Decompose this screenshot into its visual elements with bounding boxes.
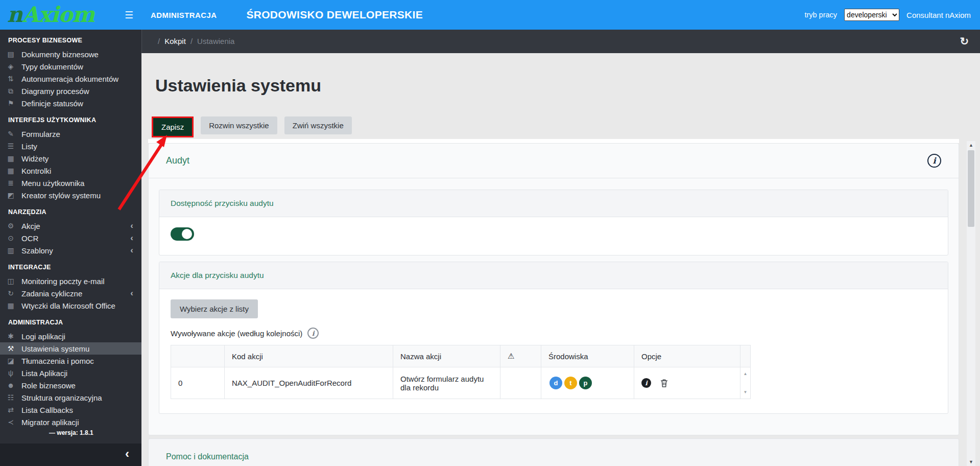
sidebar-item-kreator-stylow-systemu[interactable]: ◩Kreator stylów systemu <box>0 189 141 201</box>
save-button[interactable]: Zapisz <box>153 118 192 136</box>
sidebar-item-struktura-organizacyjna[interactable]: ☷Struktura organizacyjna <box>0 391 141 404</box>
scroll-up-icon[interactable]: ▲ <box>967 143 975 148</box>
sidebar-item-wtyczki-dla-microsoft-office[interactable]: ▦Wtyczki dla Microsoft Office <box>0 299 141 312</box>
sidebar-collapse-icon[interactable]: ‹ <box>125 447 129 461</box>
sidebar-item-definicje-statusow[interactable]: ⚑Definicje statusów <box>0 97 141 109</box>
app-section-label[interactable]: ADMINISTRACJA <box>151 11 217 19</box>
sidebar-item-listy[interactable]: ☰Listy <box>0 140 141 152</box>
sidebar-item-tlumaczenia-i-pomoc[interactable]: ◪Tłumaczenia i pomoc <box>0 355 141 367</box>
audit-availability-toggle[interactable] <box>171 227 194 241</box>
table-inner-scrollbar[interactable]: ▲▼ <box>740 367 751 399</box>
sidebar-item-label: Ustawienia systemu <box>21 344 89 353</box>
style-brush-icon: ◩ <box>5 191 17 199</box>
scroll-down-icon[interactable]: ▼ <box>740 390 750 394</box>
exchange-icon: ⇄ <box>5 406 17 414</box>
sidebar-item-diagramy-procesow[interactable]: ⧉Diagramy procesów <box>0 85 141 97</box>
save-annotation-box: Zapisz <box>152 116 194 137</box>
sidebar-item-formularze[interactable]: ✎Formularze <box>0 128 141 140</box>
sidebar-item-logi-aplikacji[interactable]: ✱Logi aplikacji <box>0 330 141 342</box>
environment-badge-t[interactable]: t <box>564 377 577 389</box>
sidebar-item-ustawienia-systemu[interactable]: ⚒Ustawienia systemu <box>0 342 141 355</box>
column-header-seq <box>740 345 751 367</box>
hamburger-menu-icon[interactable]: ☰ <box>125 9 133 21</box>
expand-all-button[interactable]: Rozwin wszystkie <box>201 116 277 134</box>
toolbar: Zapisz Rozwin wszystkie Zwiń wszystkie <box>152 116 352 137</box>
chevron-left-icon: ‹ <box>130 288 141 298</box>
sidebar-section-integracje: INTEGRACJE◫Monitoring poczty e-mail↻Zada… <box>0 257 141 312</box>
sidebar-item-autonumeracja-dokumentow[interactable]: ⇅Autonumeracja dokumentów <box>0 73 141 85</box>
bug-icon: ✱ <box>5 332 17 340</box>
audit-panel: Audyt i Dostępność przycisku audytu Akcj… <box>148 143 959 435</box>
menu-list-icon: ≣ <box>5 179 17 187</box>
sidebar-item-role-biznesowe[interactable]: ☻Role biznesowe <box>0 379 141 391</box>
row-info-icon[interactable]: i <box>641 378 651 388</box>
sidebar-item-typy-dokumentow[interactable]: ◈Typy dokumentów <box>0 60 141 73</box>
sidebar-item-szablony[interactable]: ▥Szablony‹ <box>0 244 141 257</box>
work-mode-select[interactable]: developerski <box>844 9 899 21</box>
sidebar-item-ocr[interactable]: ⊙OCR‹ <box>0 232 141 244</box>
warning-icon: ⚠ <box>500 345 541 367</box>
sidebar-item-monitoring-poczty-e-mail[interactable]: ◫Monitoring poczty e-mail <box>0 275 141 287</box>
table-head: Kod akcjiNazwa akcji⚠ŚrodowiskaOpcje <box>171 345 751 367</box>
scrollbar-thumb[interactable] <box>968 150 974 227</box>
audit-panel-title: Audyt <box>166 155 189 166</box>
trash-icon[interactable] <box>660 378 668 387</box>
environment-badge-p[interactable]: p <box>579 377 592 389</box>
vertical-scrollbar[interactable]: ▲ ▼ <box>967 141 975 466</box>
sidebar-item-label: Kontrolki <box>21 167 51 175</box>
sidebar-item-label: Struktura organizacyjna <box>21 393 102 402</box>
audit-panel-header[interactable]: Audyt i <box>149 144 959 178</box>
chevron-left-icon: ‹ <box>130 221 141 231</box>
logo-prefix: n <box>7 2 22 27</box>
sidebar-item-label: Autonumeracja dokumentów <box>21 75 118 83</box>
sidebar-section-title: ADMINISTRACJA <box>0 312 141 330</box>
process-diagram-icon: ⧉ <box>5 87 17 96</box>
sidebar-section-title: INTEGRACJE <box>0 257 141 275</box>
cell-seq: 0 <box>171 367 225 399</box>
naxiom-logo[interactable]: nAxiom <box>7 4 118 26</box>
audit-availability-panel: Dostępność przycisku audytu <box>159 190 948 255</box>
sidebar-section-title: PROCESY BIZNESOWE <box>0 30 141 48</box>
sidebar-item-kontrolki[interactable]: ▦Kontrolki <box>0 165 141 177</box>
sidebar-item-akcje[interactable]: ⚙Akcje‹ <box>0 220 141 232</box>
tags-icon: ◈ <box>5 62 17 71</box>
sidebar-item-dokumenty-biznesowe[interactable]: ▤Dokumenty biznesowe <box>0 48 141 60</box>
cell-action-code: NAX_AUDIT_OpenAuditForRecord <box>225 367 393 399</box>
breadcrumb-item-kokpit[interactable]: Kokpit <box>164 37 186 45</box>
environment-badge-d[interactable]: d <box>549 377 562 389</box>
sidebar-item-migrator-aplikacji[interactable]: ≺Migrator aplikacji <box>0 416 141 428</box>
sidebar-item-label: Listy <box>21 142 37 151</box>
document-icon: ▤ <box>5 50 17 58</box>
main-content: Ustawienia systemu Zapisz Rozwin wszystk… <box>141 53 980 466</box>
sidebar-item-lista-callbacks[interactable]: ⇄Lista Callbacks <box>0 404 141 416</box>
scroll-down-icon[interactable]: ▼ <box>967 459 975 464</box>
info-icon[interactable]: i <box>927 154 941 168</box>
logged-user[interactable]: Consultant nAxiom <box>906 11 971 19</box>
sidebar-item-label: OCR <box>21 234 38 243</box>
sidebar-item-label: Menu użytkownika <box>21 179 84 188</box>
tools-icon: ⚒ <box>5 344 17 353</box>
sidebar-item-label: Tłumaczenia i pomoc <box>21 357 94 365</box>
collapse-all-button[interactable]: Zwiń wszystkie <box>284 116 352 134</box>
scroll-up-icon[interactable]: ▲ <box>740 371 750 376</box>
audit-actions-panel: Akcje dla przycisku audytu Wybierz akcje… <box>159 262 948 414</box>
sidebar-item-zadania-cykliczne[interactable]: ↻Zadania cykliczne‹ <box>0 287 141 299</box>
pick-actions-button[interactable]: Wybierz akcje z listy <box>171 299 258 318</box>
sidebar-footer: ‹ <box>0 444 141 466</box>
column-header-nazwa-akcji: Nazwa akcji <box>393 345 500 367</box>
invoked-actions-row: Wywoływane akcje (według kolejności) i <box>171 328 937 339</box>
share-icon: ≺ <box>5 418 17 426</box>
breadcrumb: /Kokpit/Ustawienia <box>153 37 234 46</box>
sidebar-item-menu-uzytkownika[interactable]: ≣Menu użytkownika <box>0 177 141 189</box>
environment-title: ŚRODOWISKO DEWELOPERSKIE <box>246 9 423 21</box>
sidebar-item-label: Zadania cykliczne <box>21 289 82 298</box>
audit-availability-title: Dostępność przycisku audytu <box>159 190 948 217</box>
info-icon[interactable]: i <box>307 328 319 339</box>
puzzle-icon: ▦ <box>5 301 17 310</box>
sidebar-item-lista-aplikacji[interactable]: ψLista Aplikacji <box>0 367 141 379</box>
refresh-icon[interactable]: ↻ <box>960 35 969 48</box>
breadcrumb-item-ustawienia[interactable]: Ustawienia <box>197 37 234 45</box>
sidebar-item-label: Role biznesowe <box>21 381 76 390</box>
help-panel-title[interactable]: Pomoc i dokumentacja <box>149 439 959 466</box>
sidebar-item-widzety[interactable]: ▦Widżety <box>0 152 141 165</box>
